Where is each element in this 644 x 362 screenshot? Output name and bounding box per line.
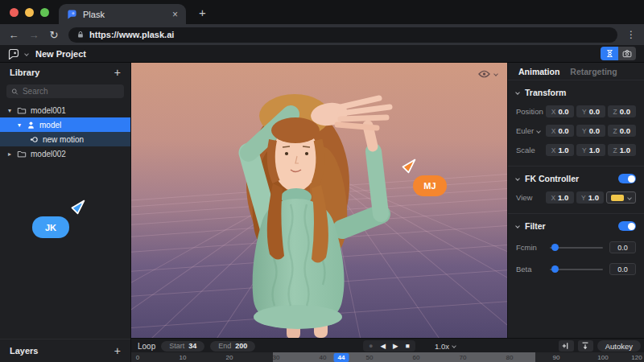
search-input[interactable] xyxy=(23,87,119,96)
ruler-tick-label: 70 xyxy=(460,354,467,361)
motion-icon xyxy=(30,135,39,144)
beta-value[interactable]: 0.0 xyxy=(609,263,636,275)
ruler-tick-label: 50 xyxy=(366,354,374,361)
playback-speed-control[interactable]: 1.0x xyxy=(435,339,456,353)
close-tab-icon[interactable]: × xyxy=(172,10,178,19)
fcmin-value[interactable]: 0.0 xyxy=(609,241,636,253)
stop-button[interactable]: ■ xyxy=(406,343,410,350)
tree-item-label: model002 xyxy=(31,150,66,158)
zoom-window-button[interactable] xyxy=(40,8,49,17)
character-3d-model[interactable] xyxy=(131,63,507,338)
scale-row: Scale X1.0 Y1.0 Z1.0 xyxy=(516,144,636,156)
caret-right-icon[interactable]: ▸ xyxy=(6,150,13,158)
autokey-button[interactable]: Autokey xyxy=(597,340,641,352)
tree-item-model002[interactable]: ▸ model002 xyxy=(0,146,130,161)
position-row: Position X0.0 Y0.0 Z0.0 xyxy=(516,105,636,117)
position-y-field[interactable]: Y0.0 xyxy=(576,105,605,117)
camera-capture-button[interactable] xyxy=(618,47,636,60)
transform-section: Transform Position X0.0 Y0.0 Z0.0 Euler … xyxy=(508,80,644,167)
fk-controller-toggle[interactable] xyxy=(618,174,636,183)
current-frame-indicator[interactable]: 44 xyxy=(334,353,349,362)
scale-z-field[interactable]: Z1.0 xyxy=(608,144,636,156)
tree-item-model[interactable]: ▾ model xyxy=(0,117,130,132)
euler-z-field[interactable]: Z0.0 xyxy=(608,125,636,137)
frame-ruler[interactable]: 0 10 20 30 40 50 60 70 80 90 100 120 44 xyxy=(131,352,644,362)
beta-slider[interactable] xyxy=(550,269,603,270)
tab-retargeting[interactable]: Retargeting xyxy=(570,67,617,76)
fk-controller-header[interactable]: FK Controller xyxy=(516,173,636,184)
ruler-tick-label: 30 xyxy=(273,354,280,361)
caret-down-icon[interactable]: ▾ xyxy=(6,107,13,114)
ruler-tick-label: 0 xyxy=(136,354,139,361)
record-button[interactable]: ● xyxy=(369,343,373,350)
position-z-field[interactable]: Z0.0 xyxy=(608,105,636,117)
collaborator-cursor-mj: MJ xyxy=(400,158,447,196)
loop-start-field[interactable]: Start 34 xyxy=(161,341,204,352)
project-menu-chevron-icon[interactable] xyxy=(24,51,29,56)
loop-range-region xyxy=(273,352,535,362)
fk-view-y-field[interactable]: Y1.0 xyxy=(576,191,605,204)
chevron-down-icon xyxy=(627,195,632,200)
snap-keyframe-button[interactable] xyxy=(578,340,593,352)
slider-handle[interactable] xyxy=(551,244,559,251)
browser-menu-icon[interactable]: ⋮ xyxy=(626,29,636,40)
chevron-down-icon xyxy=(515,224,520,228)
inspector-panel: Animation Retargeting Transform Position… xyxy=(507,63,644,338)
search-box[interactable] xyxy=(6,84,124,98)
cursor-arrow-icon xyxy=(400,158,417,175)
fk-controller-section: FK Controller View X1.0 Y1.0 xyxy=(508,167,644,214)
library-tree: ▾ model001 ▾ model new motion xyxy=(0,103,130,161)
filter-toggle[interactable] xyxy=(618,221,636,231)
layers-title: Layers xyxy=(10,346,38,356)
minimize-window-button[interactable] xyxy=(25,8,34,17)
caret-down-icon[interactable]: ▾ xyxy=(16,121,23,129)
close-window-button[interactable] xyxy=(10,8,19,17)
search-icon xyxy=(11,88,19,96)
fcmin-slider[interactable] xyxy=(550,247,603,249)
cursor-label: JK xyxy=(32,216,69,238)
library-header: Library + xyxy=(0,63,130,81)
euler-x-field[interactable]: X0.0 xyxy=(546,125,574,137)
chevron-down-icon xyxy=(493,72,498,76)
fcmin-label: Fcmin xyxy=(516,243,543,252)
position-x-field[interactable]: X0.0 xyxy=(546,105,574,117)
address-bar[interactable]: https://www.plask.ai xyxy=(68,27,617,43)
back-icon[interactable]: ← xyxy=(8,30,19,40)
forward-icon[interactable]: → xyxy=(28,30,39,40)
play-button[interactable]: ▶ xyxy=(393,343,398,350)
ruler-tick-label: 20 xyxy=(226,354,233,361)
viewport-3d[interactable] xyxy=(131,63,507,338)
fk-color-picker[interactable] xyxy=(606,191,636,204)
step-back-button[interactable]: ◀ xyxy=(380,343,386,350)
loop-end-field[interactable]: End 200 xyxy=(210,341,255,352)
fk-view-x-field[interactable]: X1.0 xyxy=(546,191,574,204)
cursor-label: MJ xyxy=(413,175,447,196)
fcmin-row: Fcmin 0.0 xyxy=(516,241,636,253)
transport-controls: ● ◀ ▶ ■ xyxy=(363,340,415,352)
transform-header[interactable]: Transform xyxy=(516,87,636,98)
scale-x-field[interactable]: X1.0 xyxy=(546,144,574,156)
euler-label[interactable]: Euler xyxy=(516,126,546,135)
reload-icon[interactable]: ↻ xyxy=(48,30,60,40)
add-layer-button[interactable]: + xyxy=(114,345,121,356)
tree-item-model001[interactable]: ▾ model001 xyxy=(0,103,130,117)
collaborator-cursor-jk: JK xyxy=(32,199,86,238)
app-topbar: New Project xyxy=(0,45,644,63)
eye-icon xyxy=(478,70,490,78)
plask-logo-icon[interactable] xyxy=(8,48,19,60)
new-tab-button[interactable]: + xyxy=(199,6,206,19)
tree-item-new-motion[interactable]: new motion xyxy=(0,132,130,146)
insert-keyframe-button[interactable] xyxy=(559,340,574,352)
motion-capture-button[interactable] xyxy=(601,47,618,60)
add-library-item-button[interactable]: + xyxy=(114,67,121,78)
view-options-control[interactable] xyxy=(478,70,497,78)
tab-animation[interactable]: Animation xyxy=(518,67,559,76)
slider-handle[interactable] xyxy=(551,265,559,273)
filter-header[interactable]: Filter xyxy=(516,220,636,232)
browser-tab-plask[interactable]: Plask × xyxy=(59,4,186,24)
section-title: Transform xyxy=(525,88,566,97)
scale-y-field[interactable]: Y1.0 xyxy=(576,144,605,156)
euler-y-field[interactable]: Y0.0 xyxy=(576,125,605,137)
plask-favicon xyxy=(67,9,77,19)
tree-item-label: new motion xyxy=(43,135,84,144)
